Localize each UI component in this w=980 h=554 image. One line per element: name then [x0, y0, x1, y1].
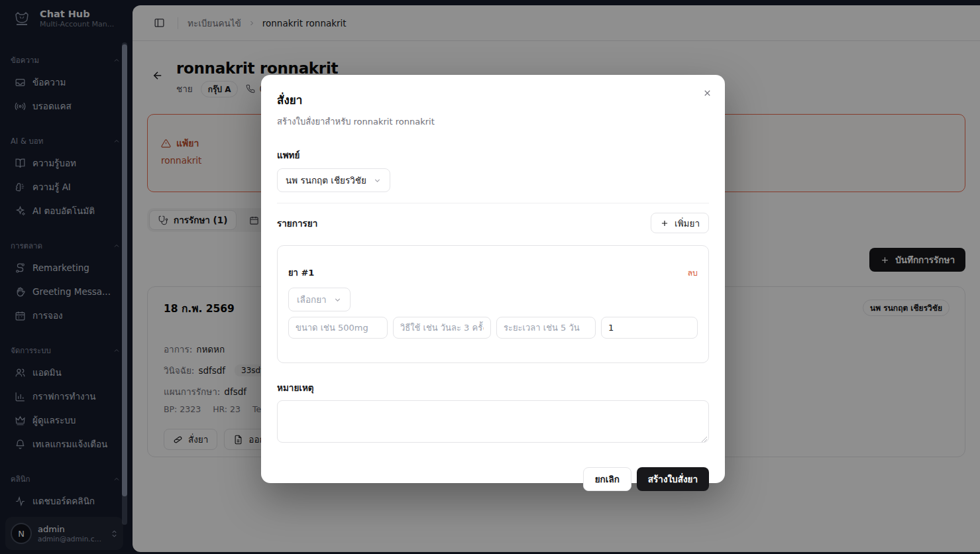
plus-icon: [660, 219, 669, 228]
drug-select[interactable]: เลือกยา: [288, 288, 351, 311]
doctor-label: แพทย์: [277, 148, 709, 162]
modal-title: สั่งยา: [277, 91, 709, 109]
modal-footer: ยกเลิก สร้างใบสั่งยา: [277, 467, 709, 491]
remove-medicine-button[interactable]: ลบ: [687, 266, 698, 280]
doctor-select-value: นพ รนกฤต เชียรวิชัย: [286, 173, 366, 188]
duration-input[interactable]: [496, 317, 596, 339]
note-field-wrap: [277, 395, 709, 445]
close-icon: [702, 88, 712, 98]
prescription-modal: สั่งยา สร้างใบสั่งยาสำหรับ ronnakrit ron…: [261, 75, 725, 483]
medicine-item-card: ยา #1 ลบ เลือกยา: [277, 245, 709, 363]
medicine-items-header: รายการยา เพิ่มยา: [277, 213, 709, 233]
items-label: รายการยา: [277, 216, 317, 231]
note-textarea[interactable]: [277, 400, 709, 443]
modal-subtitle: สร้างใบสั่งยาสำหรับ ronnakrit ronnakrit: [277, 115, 709, 129]
quantity-input[interactable]: [601, 317, 698, 339]
dose-input[interactable]: [288, 317, 388, 339]
create-prescription-button[interactable]: สร้างใบสั่งยา: [637, 467, 709, 491]
doctor-select[interactable]: นพ รนกฤต เชียรวิชัย: [277, 168, 390, 192]
usage-input[interactable]: [393, 317, 491, 339]
chevron-down-icon: [333, 296, 342, 304]
medicine-item-title: ยา #1: [288, 266, 314, 280]
note-label: หมายเหตุ: [277, 380, 709, 395]
chevron-down-icon: [373, 176, 382, 185]
add-medicine-button[interactable]: เพิ่มยา: [651, 213, 709, 233]
medicine-item-header: ยา #1 ลบ: [288, 266, 698, 280]
modal-divider: [277, 203, 709, 203]
drug-select-placeholder: เลือกยา: [297, 292, 327, 307]
add-medicine-label: เพิ่มยา: [675, 216, 700, 231]
cancel-button[interactable]: ยกเลิก: [583, 467, 631, 491]
medicine-inputs-row: [288, 317, 698, 339]
app-root: Chat Hub Multi-Account Man... ข้อความ ข้…: [0, 0, 980, 554]
modal-close-button[interactable]: [698, 84, 716, 101]
